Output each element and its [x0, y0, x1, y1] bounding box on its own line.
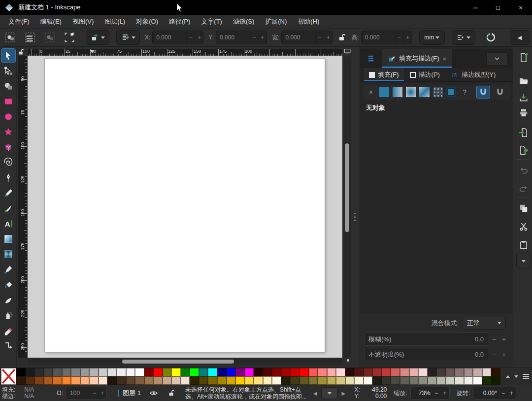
color-swatch[interactable] — [26, 368, 35, 376]
color-swatch[interactable] — [418, 376, 428, 385]
tool-pencil[interactable] — [1, 186, 16, 200]
menu-item-6[interactable]: 文字(T) — [196, 15, 228, 29]
color-swatch[interactable] — [382, 368, 391, 376]
color-swatch[interactable] — [400, 368, 409, 376]
color-swatch[interactable] — [455, 376, 464, 385]
zoom-increment[interactable]: + — [441, 390, 449, 397]
color-swatch[interactable] — [409, 368, 419, 376]
color-swatch[interactable] — [327, 376, 336, 385]
menu-item-1[interactable]: 编辑(E) — [35, 15, 67, 29]
palette-scroll-down-icon[interactable] — [514, 375, 518, 378]
color-swatch[interactable] — [391, 376, 400, 385]
opacity-increment[interactable]: + — [99, 390, 106, 397]
x-input[interactable]: 0.000 − + — [152, 31, 203, 44]
layer-visibility-icon[interactable] — [149, 389, 158, 398]
paint-linear-gradient-button[interactable] — [393, 87, 402, 97]
paint-flat-color-button[interactable] — [379, 87, 389, 97]
canvas-viewport[interactable] — [28, 56, 342, 358]
color-swatch[interactable] — [336, 368, 345, 376]
color-swatch[interactable] — [400, 376, 409, 385]
color-swatch[interactable] — [299, 376, 309, 385]
layers-dialog-icon[interactable] — [360, 50, 382, 67]
fill-rule-nonzero-button[interactable] — [476, 86, 490, 99]
color-swatch[interactable] — [354, 368, 364, 376]
tool-pen[interactable] — [1, 170, 16, 185]
color-swatch[interactable] — [163, 376, 172, 385]
color-swatch[interactable] — [245, 368, 254, 376]
color-swatch[interactable] — [436, 368, 446, 376]
color-swatch[interactable] — [482, 376, 492, 385]
tab-stroke-style[interactable]: 描边线型(Y) — [446, 68, 500, 81]
color-swatch[interactable] — [199, 368, 208, 376]
color-swatch[interactable] — [309, 368, 318, 376]
object-opacity-input[interactable]: 100 − + — [66, 387, 107, 400]
import-button[interactable] — [518, 127, 530, 138]
y-increment[interactable]: + — [258, 31, 266, 44]
dock-resize-grip[interactable] — [353, 207, 357, 227]
color-swatch[interactable] — [482, 368, 492, 376]
unit-dropdown[interactable]: mm — [419, 30, 445, 45]
color-swatch[interactable] — [372, 368, 382, 376]
color-swatch[interactable] — [409, 376, 419, 385]
color-swatch[interactable] — [446, 376, 455, 385]
color-swatch[interactable] — [107, 368, 117, 376]
menu-item-5[interactable]: 路径(P) — [164, 15, 196, 29]
vertical-scrollbar-thumb[interactable] — [345, 143, 349, 232]
color-swatch[interactable] — [80, 368, 90, 376]
selection-bbox-button[interactable] — [63, 31, 76, 44]
tool-spray[interactable] — [1, 308, 16, 323]
color-swatch[interactable] — [53, 376, 62, 385]
color-swatch[interactable] — [455, 368, 464, 376]
zoom-decrement[interactable]: − — [432, 390, 441, 397]
y-input[interactable]: 0.000 − + — [216, 31, 267, 44]
color-swatch[interactable] — [263, 368, 272, 376]
menu-item-7[interactable]: 滤镜(S) — [228, 15, 260, 29]
color-swatch[interactable] — [153, 368, 163, 376]
tool-rectangle[interactable] — [1, 94, 16, 109]
color-swatch[interactable] — [428, 368, 437, 376]
more-commands-button[interactable] — [516, 254, 531, 268]
paint-radial-gradient-button[interactable] — [406, 87, 416, 97]
color-swatch[interactable] — [190, 376, 199, 385]
color-swatch[interactable] — [281, 376, 291, 385]
color-swatch[interactable] — [153, 376, 163, 385]
color-swatch[interactable] — [364, 368, 373, 376]
vertical-ruler[interactable]: 5075100125150175200225250 — [18, 56, 27, 358]
menu-item-2[interactable]: 视图(V) — [67, 15, 99, 29]
collapse-toolbar-button[interactable]: ◀ — [510, 30, 530, 45]
copy-button[interactable] — [518, 202, 530, 214]
menu-item-9[interactable]: 帮助(H) — [292, 15, 325, 29]
color-swatch[interactable] — [181, 368, 190, 376]
color-swatch[interactable] — [318, 368, 327, 376]
color-swatch[interactable] — [99, 368, 108, 376]
rotation-input[interactable]: 0.00° − + — [473, 387, 516, 400]
color-swatch[interactable] — [372, 376, 382, 385]
save-document-button[interactable] — [518, 92, 530, 103]
rotate-selection-dropdown[interactable] — [86, 30, 109, 45]
redo-button[interactable] — [518, 183, 530, 195]
tool-paint-bucket[interactable] — [1, 277, 16, 292]
paint-no-paint-button[interactable]: × — [366, 87, 376, 97]
color-swatch[interactable] — [446, 368, 455, 376]
color-swatch[interactable] — [34, 376, 44, 385]
width-decrement[interactable]: − — [315, 31, 324, 44]
tool-text[interactable]: A — [1, 216, 16, 231]
color-swatch[interactable] — [254, 376, 263, 385]
color-swatch[interactable] — [135, 368, 144, 376]
tab-stroke-paint[interactable]: 描边(P) — [405, 68, 445, 81]
tool-calligraphy[interactable] — [1, 201, 16, 216]
tool-spiral[interactable] — [1, 155, 16, 170]
opacity-decrement[interactable]: − — [489, 351, 499, 359]
color-swatch[interactable] — [309, 376, 318, 385]
paint-mesh-gradient-button[interactable] — [419, 87, 429, 97]
blur-decrement[interactable]: − — [489, 335, 499, 343]
tool-tweak[interactable] — [1, 293, 16, 307]
new-document-button[interactable] — [518, 52, 530, 64]
color-swatch[interactable] — [171, 376, 181, 385]
color-swatch[interactable] — [318, 376, 327, 385]
color-swatch[interactable] — [428, 376, 437, 385]
color-swatch[interactable] — [126, 368, 135, 376]
rotation-decrement[interactable]: − — [499, 390, 507, 397]
width-increment[interactable]: + — [324, 31, 332, 44]
color-swatch[interactable] — [26, 376, 35, 385]
